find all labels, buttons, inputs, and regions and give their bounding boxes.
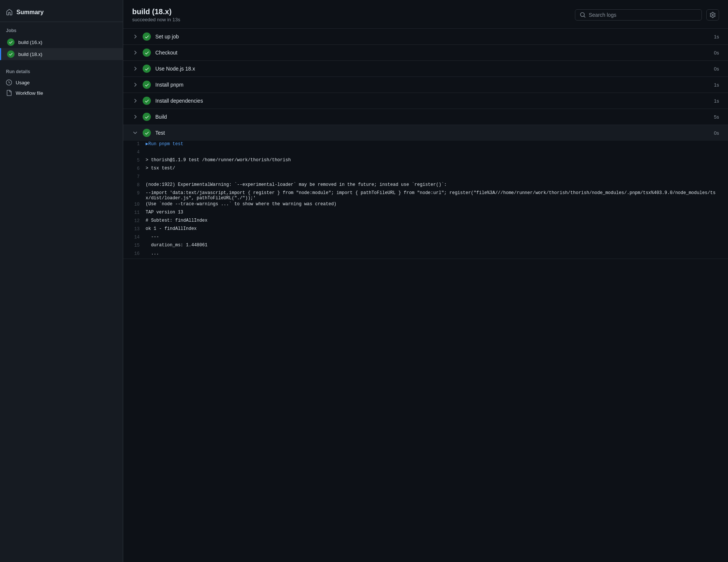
log-line-number-1: 1 xyxy=(123,141,146,147)
check-icon-install-deps xyxy=(144,99,149,103)
log-line-number-10: 10 xyxy=(123,202,146,207)
step-status-icon-checkout xyxy=(143,49,151,57)
step-name-checkout: Checkout xyxy=(155,50,709,56)
job-status-icon-18x xyxy=(7,50,15,58)
step-name-use-nodejs: Use Node.js 18.x xyxy=(155,66,709,72)
step-name-test: Test xyxy=(155,130,709,136)
log-line-content-11: TAP version 13 xyxy=(146,210,719,215)
sidebar: Summary Jobs build (16.x) build (18.x) R… xyxy=(0,0,123,562)
jobs-section-label: Jobs xyxy=(0,26,123,36)
step-row-use-nodejs[interactable]: Use Node.js 18.x 0s xyxy=(123,61,728,77)
check-icon-16x xyxy=(9,40,13,44)
chevron-icon-checkout xyxy=(132,50,138,56)
page-title: build (18.x) xyxy=(132,7,180,16)
chevron-icon-install-pnpm xyxy=(132,82,138,88)
run-details-section: Run details Usage Workflow file xyxy=(0,68,123,98)
step-status-icon-install-pnpm xyxy=(143,81,151,89)
step-name-build: Build xyxy=(155,114,709,120)
step-status-icon-set-up-job xyxy=(143,32,151,41)
chevron-icon-use-nodejs xyxy=(132,66,138,72)
step-status-icon-test xyxy=(143,129,151,137)
search-icon xyxy=(580,12,586,18)
settings-button[interactable] xyxy=(706,9,719,21)
step-row-checkout[interactable]: Checkout 0s xyxy=(123,45,728,61)
sidebar-summary-link[interactable]: Summary xyxy=(0,6,123,22)
log-line-number-12: 12 xyxy=(123,218,146,224)
log-line-16: 16 ... xyxy=(123,250,728,259)
log-line-content-1: ▶Run pnpm test xyxy=(146,141,719,147)
sidebar-job-build-18x[interactable]: build (18.x) xyxy=(0,48,123,60)
search-logs-placeholder: Search logs xyxy=(589,12,616,18)
log-line-4: 4 xyxy=(123,149,728,157)
check-icon-set-up-job xyxy=(144,34,149,39)
step-row-test[interactable]: Test 0s xyxy=(123,125,728,141)
log-line-content-5: > thorish@1.1.9 test /home/runner/work/t… xyxy=(146,157,719,163)
check-icon-18x xyxy=(9,52,13,56)
chevron-icon-test xyxy=(132,130,138,136)
log-line-number-6: 6 xyxy=(123,166,146,171)
log-line-number-16: 16 xyxy=(123,251,146,256)
step-duration-test: 0s xyxy=(714,130,719,136)
log-line-number-14: 14 xyxy=(123,234,146,240)
log-line-1: 1▶Run pnpm test xyxy=(123,141,728,149)
log-line-number-5: 5 xyxy=(123,157,146,163)
log-line-content-10: (Use `node --trace-warnings ...` to show… xyxy=(146,202,719,207)
log-line-number-15: 15 xyxy=(123,243,146,248)
log-line-number-4: 4 xyxy=(123,149,146,155)
jobs-list: build (16.x) build (18.x) xyxy=(0,36,123,60)
log-line-10: 10(Use `node --trace-warnings ...` to sh… xyxy=(123,201,728,209)
step-duration-checkout: 0s xyxy=(714,50,719,56)
workflow-file-label: Workflow file xyxy=(16,90,43,96)
header-right: Search logs xyxy=(575,9,719,21)
log-line-8: 8(node:1922) ExperimentalWarning: `--exp… xyxy=(123,182,728,190)
log-line-12: 12# Subtest: findAllIndex xyxy=(123,218,728,226)
clock-icon xyxy=(6,79,12,85)
gear-icon xyxy=(710,12,716,18)
step-row-build[interactable]: Build 5s xyxy=(123,109,728,125)
log-line-content-16: ... xyxy=(146,251,719,256)
log-line-11: 11TAP version 13 xyxy=(123,209,728,218)
file-icon xyxy=(6,90,12,96)
chevron-icon-install-deps xyxy=(132,98,138,104)
job-label-16x: build (16.x) xyxy=(18,40,42,45)
log-line-number-13: 13 xyxy=(123,226,146,232)
log-output-test: 1▶Run pnpm test45> thorish@1.1.9 test /h… xyxy=(123,141,728,259)
run-details-label: Run details xyxy=(0,68,123,77)
search-logs-input[interactable]: Search logs xyxy=(575,9,702,21)
sidebar-divider xyxy=(0,22,123,22)
step-name-set-up-job: Set up job xyxy=(155,34,709,40)
main-header: build (18.x) succeeded now in 13s Search… xyxy=(123,0,728,29)
log-line-6: 6> tsx test/ xyxy=(123,165,728,174)
log-line-content-12: # Subtest: findAllIndex xyxy=(146,218,719,223)
sidebar-usage-item[interactable]: Usage xyxy=(0,77,123,88)
sidebar-workflow-file-item[interactable]: Workflow file xyxy=(0,88,123,98)
step-name-install-deps: Install dependencies xyxy=(155,98,709,104)
steps-list: Set up job 1s Checkout 0s Use Node.js 18… xyxy=(123,29,728,562)
step-row-install-deps[interactable]: Install dependencies 1s xyxy=(123,93,728,109)
check-icon-build xyxy=(144,115,149,119)
log-line-number-7: 7 xyxy=(123,174,146,179)
step-duration-use-nodejs: 0s xyxy=(714,66,719,72)
log-line-9: 9--import 'data:text/javascript,import {… xyxy=(123,190,728,201)
job-label-18x: build (18.x) xyxy=(18,51,42,57)
header-left: build (18.x) succeeded now in 13s xyxy=(132,7,180,22)
step-row-install-pnpm[interactable]: Install pnpm 1s xyxy=(123,77,728,93)
log-line-number-9: 9 xyxy=(123,190,146,196)
log-line-content-9: --import 'data:text/javascript,import { … xyxy=(146,190,719,201)
step-duration-build: 5s xyxy=(714,114,719,120)
check-icon-checkout xyxy=(144,50,149,55)
log-line-number-11: 11 xyxy=(123,210,146,215)
step-status-icon-install-deps xyxy=(143,97,151,105)
sidebar-job-build-16x[interactable]: build (16.x) xyxy=(0,36,123,48)
log-line-content-13: ok 1 - findAllIndex xyxy=(146,226,719,231)
check-icon-test xyxy=(144,131,149,135)
chevron-icon-set-up-job xyxy=(132,34,138,40)
check-icon-use-nodejs xyxy=(144,66,149,71)
log-line-5: 5> thorish@1.1.9 test /home/runner/work/… xyxy=(123,157,728,165)
step-duration-install-deps: 1s xyxy=(714,98,719,104)
log-line-content-14: --- xyxy=(146,234,719,240)
step-row-set-up-job[interactable]: Set up job 1s xyxy=(123,29,728,45)
step-status-icon-use-nodejs xyxy=(143,65,151,73)
home-icon xyxy=(6,9,13,16)
usage-label: Usage xyxy=(16,80,30,85)
